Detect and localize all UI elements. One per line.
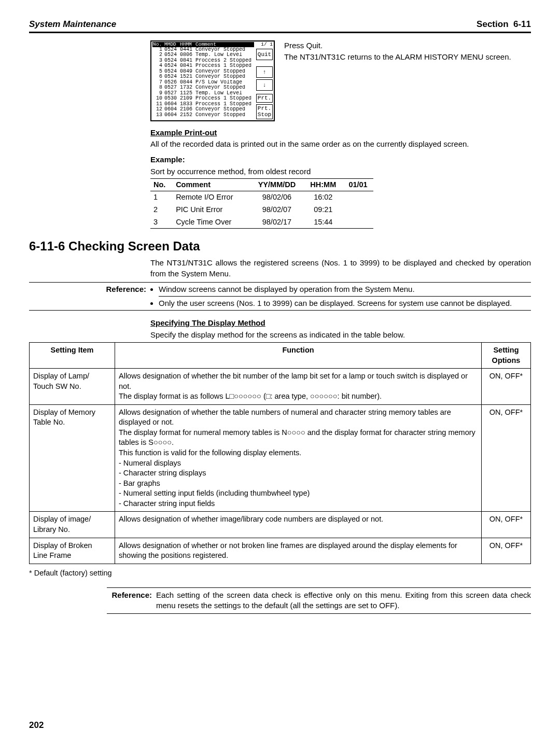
alarm-row-comment: Proccess 2 Stopped <box>195 58 254 64</box>
example-row: 2PIC Unit Error98/02/0709:21 <box>150 204 373 216</box>
example-sort-desc: Sort by occurrence method, from oldest r… <box>150 166 531 177</box>
example-printout-section: Example Print-out All of the recorded da… <box>150 128 531 229</box>
alarm-row-comment: Conveyor Stopped <box>195 47 254 53</box>
spec-para: Specify the display method for the scree… <box>150 330 531 340</box>
example-printout-heading: Example Print-out <box>150 128 531 138</box>
settings-cell-opt: ON, OFF* <box>482 404 531 512</box>
alarm-row-date: 0604 <box>164 113 178 118</box>
reference-item: Window screens cannot be displayed by op… <box>159 284 531 297</box>
page-counter: 1/ 1 <box>256 42 273 47</box>
reference-item: Only the user screens (Nos. 1 to 3999) c… <box>159 298 531 308</box>
print-button[interactable]: Prt. <box>256 94 273 103</box>
settings-cell-opt: ON, OFF* <box>482 512 531 538</box>
settings-cell-func: Allows designation of whether the table … <box>115 404 482 512</box>
ex-cell-comment: Cycle Time Over <box>173 216 250 229</box>
bottom-reference-label: Reference: <box>107 590 152 611</box>
settings-row: Display of Broken Line FrameAllows desig… <box>30 538 531 564</box>
example-label: Example: <box>150 155 531 165</box>
specifying-display-method: Specifying The Display Method Specify th… <box>150 318 531 340</box>
alarm-history-list: No. MMDD HHMM Comment 105240441Conveyor … <box>151 41 255 120</box>
ex-cell-date: 98/02/07 <box>250 204 303 216</box>
alarm-history-device-screen: No. MMDD HHMM Comment 105240441Conveyor … <box>150 40 275 121</box>
settings-row: Display of Lamp/ Touch SW No.Allows desi… <box>30 369 531 405</box>
settings-cell-item: Display of Memory Table No. <box>30 404 115 512</box>
alarm-history-side-buttons: 1/ 1 Quit ↑ ↓ Prt. Prt. Stop <box>255 41 274 120</box>
alarm-row-comment: Conveyor Stopped <box>195 85 254 91</box>
section-heading: 6-11-6 Checking Screen Data <box>29 238 531 255</box>
example-table: No. Comment YY/MM/DD HH:MM 01/01 1Remote… <box>150 178 373 229</box>
alarm-row-comment: Conveyor Stopped <box>195 107 254 113</box>
alarm-row-comment: Proccess 1 Stopped <box>195 102 254 107</box>
ex-cell-comment: PIC Unit Error <box>173 204 250 216</box>
alarm-row-time: 2152 <box>180 113 193 118</box>
example-row: 1Remote I/O Error98/02/0616:02 <box>150 191 373 204</box>
reference-label: Reference: <box>96 284 146 294</box>
ex-cell-blank <box>343 204 373 216</box>
settings-cell-func: Allows designation of whether the bit nu… <box>115 369 482 405</box>
ex-cell-time: 09:21 <box>304 204 343 216</box>
settings-cell-func: Allows designation of whether or not bro… <box>115 538 482 564</box>
ex-cell-no: 1 <box>150 191 173 204</box>
header-section-label: Section <box>477 19 508 29</box>
alarm-row: 1306042152Conveyor Stopped <box>152 113 254 118</box>
ex-cell-blank <box>343 216 373 229</box>
alarm-history-screenshot-row: No. MMDD HHMM Comment 105240441Conveyor … <box>150 40 531 121</box>
ex-th-date: YY/MM/DD <box>250 178 303 191</box>
ex-cell-time: 16:02 <box>304 191 343 204</box>
ex-cell-no: 2 <box>150 204 173 216</box>
alarm-row-comment: Temp. Low Level <box>195 91 254 96</box>
bottom-reference: Reference: Each setting of the screen da… <box>107 587 531 614</box>
settings-cell-opt: ON, OFF* <box>482 369 531 405</box>
ex-cell-blank <box>343 191 373 204</box>
page-header: System Maintenance Section 6-11 <box>29 19 531 33</box>
alarm-row-no: 13 <box>153 113 162 118</box>
alarm-row-comment: Proccess 1 Stopped <box>195 63 254 69</box>
page-number: 202 <box>29 720 44 732</box>
ex-cell-no: 3 <box>150 216 173 229</box>
ex-cell-date: 98/02/06 <box>250 191 303 204</box>
alarm-history-instructions: Press Quit. The NT31/NT31C returns to th… <box>284 40 531 64</box>
spec-heading: Specifying The Display Method <box>150 318 531 328</box>
settings-cell-item: Display of Lamp/ Touch SW No. <box>30 369 115 405</box>
ex-th-page: 01/01 <box>343 178 373 191</box>
print-stop-button[interactable]: Prt. Stop <box>256 104 273 119</box>
header-left: System Maintenance <box>29 19 116 31</box>
ex-th-no: No. <box>150 178 173 191</box>
alarm-row-comment: P/S Low Voltage <box>195 80 254 86</box>
settings-th-opt: Setting Options <box>482 342 531 368</box>
instruction-line-1: Press Quit. <box>284 40 531 51</box>
settings-th-item: Setting Item <box>30 342 115 368</box>
header-section-number: 6-11 <box>513 19 531 29</box>
settings-row: Display of image/ Library No.Allows desi… <box>30 512 531 538</box>
instruction-line-2: The NT31/NT31C returns to the ALARM HIST… <box>284 52 531 62</box>
settings-cell-opt: ON, OFF* <box>482 538 531 564</box>
settings-cell-item: Display of image/ Library No. <box>30 512 115 538</box>
alarm-row-comment: Temp. Low Level <box>195 52 254 58</box>
ex-cell-comment: Remote I/O Error <box>173 191 250 204</box>
col-comment: Comment <box>195 42 254 47</box>
settings-cell-item: Display of Broken Line Frame <box>30 538 115 564</box>
scroll-down-button[interactable]: ↓ <box>256 79 273 91</box>
example-row: 3Cycle Time Over98/02/1715:44 <box>150 216 373 229</box>
ex-cell-date: 98/02/17 <box>250 216 303 229</box>
section-intro: The NT31/NT31C allows the registered scr… <box>150 258 531 279</box>
settings-table: Setting Item Function Setting Options Di… <box>29 342 531 564</box>
settings-th-func: Function <box>115 342 482 368</box>
header-right: Section 6-11 <box>477 19 531 31</box>
quit-button[interactable]: Quit <box>256 49 273 60</box>
reference-block: Reference: Window screens cannot be disp… <box>29 282 531 311</box>
alarm-row-comment: Proccess 1 Stopped <box>195 96 254 102</box>
ex-th-time: HH:MM <box>304 178 343 191</box>
alarm-row-comment: Conveyor Stopped <box>195 113 254 118</box>
settings-row: Display of Memory Table No.Allows design… <box>30 404 531 512</box>
settings-cell-func: Allows designation of whether image/libr… <box>115 512 482 538</box>
ex-cell-time: 15:44 <box>304 216 343 229</box>
bottom-reference-text: Each setting of the screen data check is… <box>156 590 531 611</box>
reference-list: Window screens cannot be displayed by op… <box>150 284 531 309</box>
scroll-up-button[interactable]: ↑ <box>256 66 273 78</box>
ex-th-comment: Comment <box>173 178 250 191</box>
alarm-row-comment: Conveyor Stopped <box>195 74 254 80</box>
alarm-row-comment: Conveyor Stopped <box>195 69 254 75</box>
example-printout-para: All of the recorded data is printed out … <box>150 139 531 149</box>
settings-footnote: * Default (factory) setting <box>29 568 531 579</box>
